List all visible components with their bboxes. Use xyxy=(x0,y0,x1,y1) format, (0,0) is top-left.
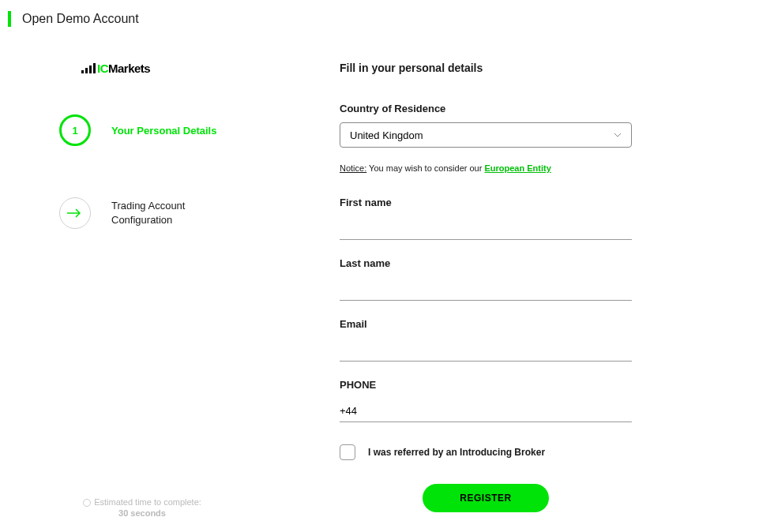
register-button[interactable]: REGISTER xyxy=(423,484,549,512)
email-label: Email xyxy=(340,318,632,330)
step-number-circle: 1 xyxy=(59,114,91,146)
logo-bars-icon xyxy=(81,63,96,73)
estimate-footer: Estimated time to complete: 30 seconds xyxy=(59,497,225,518)
accent-bar xyxy=(8,11,11,27)
form-title: Fill in your personal details xyxy=(340,62,632,74)
referral-checkbox-row: I was referred by an Introducing Broker xyxy=(340,444,632,460)
main-container: ICMarkets 1 Your Personal Details Tradin… xyxy=(0,38,774,532)
form-panel: Fill in your personal details Country of… xyxy=(340,62,632,532)
step-arrow-circle xyxy=(59,197,91,229)
referral-checkbox[interactable] xyxy=(340,444,355,460)
country-select[interactable]: United Kingdom xyxy=(340,122,632,148)
first-name-input[interactable] xyxy=(340,216,632,240)
european-entity-link[interactable]: European Entity xyxy=(484,163,550,173)
sidebar: ICMarkets 1 Your Personal Details Tradin… xyxy=(0,62,340,532)
step-trading-config[interactable]: Trading Account Configuration xyxy=(59,197,340,229)
logo: ICMarkets xyxy=(81,62,340,75)
phone-label: PHONE xyxy=(340,379,632,391)
last-name-label: Last name xyxy=(340,257,632,269)
notice-text: Notice: You may wish to consider our Eur… xyxy=(340,163,632,173)
page-header: Open Demo Account xyxy=(0,0,774,38)
page-title: Open Demo Account xyxy=(22,12,139,26)
phone-input[interactable]: +44 xyxy=(340,399,632,422)
step-label: Trading Account Configuration xyxy=(111,199,185,227)
email-input[interactable] xyxy=(340,338,632,362)
clock-icon xyxy=(83,499,91,507)
logo-text: ICMarkets xyxy=(97,62,150,75)
referral-label: I was referred by an Introducing Broker xyxy=(368,447,545,458)
first-name-label: First name xyxy=(340,197,632,208)
step-label: Your Personal Details xyxy=(111,125,216,137)
country-label: Country of Residence xyxy=(340,103,632,114)
chevron-down-icon xyxy=(614,131,622,139)
last-name-input[interactable] xyxy=(340,277,632,301)
step-personal-details[interactable]: 1 Your Personal Details xyxy=(59,114,340,146)
arrow-right-icon xyxy=(67,205,83,222)
country-value: United Kingdom xyxy=(350,129,423,141)
